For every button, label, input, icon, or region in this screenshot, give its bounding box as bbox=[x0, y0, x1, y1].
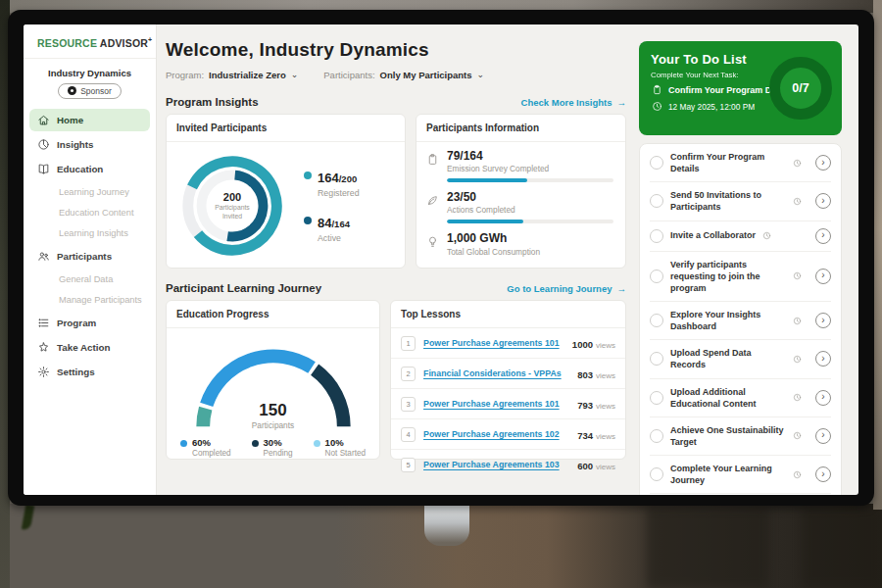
sidebar-item-label: Home bbox=[57, 115, 83, 125]
photo-of-monitor: { "brand": {"primary": "RESOURCE", "seco… bbox=[0, 0, 882, 588]
sidebar-item-home[interactable]: Home bbox=[29, 109, 150, 131]
sidebar-item-participants[interactable]: Participants bbox=[29, 245, 150, 268]
task-row-invite-a-collaborator: Invite a Collaborator› bbox=[650, 221, 831, 252]
task-checkbox[interactable] bbox=[650, 270, 663, 283]
task-checkbox[interactable] bbox=[650, 194, 663, 208]
sidebar-item-learning-insights[interactable]: Learning Insights bbox=[29, 223, 150, 243]
task-open-chevron-icon[interactable]: › bbox=[815, 428, 831, 444]
sidebar-item-label: Settings bbox=[57, 367, 95, 377]
program-filter[interactable]: Program: Industrialize Zero ⌄ bbox=[166, 70, 298, 80]
donut-legend-item: 84/164Active bbox=[304, 214, 360, 243]
app-logo: RESOURCE ADVISOR+ bbox=[24, 24, 156, 59]
sidebar-item-manage-participants[interactable]: Manage Participants bbox=[29, 290, 150, 310]
sidebar-item-general-data[interactable]: General Data bbox=[29, 270, 150, 289]
task-open-chevron-icon[interactable]: › bbox=[815, 313, 831, 328]
lesson-link[interactable]: Power Purchase Agreements 101 bbox=[423, 399, 560, 409]
gauge-legend: 60%Completed30%Pending10%Not Started bbox=[167, 430, 379, 458]
task-checkbox[interactable] bbox=[650, 229, 663, 243]
lesson-link[interactable]: Power Purchase Agreements 101 bbox=[423, 338, 560, 348]
lesson-views: 1000views bbox=[572, 334, 615, 352]
education-icon bbox=[37, 163, 50, 175]
sponsor-icon bbox=[68, 86, 76, 95]
todo-datetime: 12 May 2025, 12:00 PM bbox=[668, 102, 755, 112]
task-open-chevron-icon[interactable]: › bbox=[815, 351, 831, 367]
task-label: Explore Your Insights Dashboard bbox=[670, 309, 786, 332]
sidebar-item-learning-journey[interactable]: Learning Journey bbox=[29, 182, 150, 202]
lesson-row: 2Financial Considerations - VPPAs803view… bbox=[391, 359, 625, 389]
legend-label: Completed bbox=[192, 449, 231, 458]
clock-icon bbox=[791, 353, 804, 366]
go-to-learning-journey-link[interactable]: Go to Learning Journey → bbox=[507, 283, 626, 294]
task-label: Invite a Collaborator bbox=[670, 229, 756, 241]
lesson-rank: 3 bbox=[401, 397, 416, 412]
legend-value: 164/200 bbox=[318, 169, 360, 186]
lesson-row: 3Power Purchase Agreements 101793views bbox=[391, 389, 625, 419]
invited-donut-chart: 200 Participants Invited bbox=[174, 148, 290, 264]
sidebar-item-label: Insights bbox=[57, 139, 94, 150]
task-label: Achieve One Sustainability Target bbox=[670, 424, 786, 448]
info-value: 79/164 bbox=[447, 150, 613, 163]
task-open-chevron-icon[interactable]: › bbox=[815, 155, 831, 171]
task-row-achieve-one-sustainability-target: Achieve One Sustainability Target› bbox=[650, 417, 831, 456]
task-checkbox[interactable] bbox=[650, 391, 663, 405]
sidebar-item-program[interactable]: Program bbox=[29, 312, 150, 334]
sidebar-item-education-content[interactable]: Education Content bbox=[29, 203, 150, 222]
top-lessons-card-title: Top Lessons bbox=[391, 301, 625, 328]
task-checkbox[interactable] bbox=[650, 429, 663, 443]
collapse-tasks-link[interactable]: Collapse Tasks ⌃ bbox=[650, 494, 831, 495]
task-open-chevron-icon[interactable]: › bbox=[815, 390, 831, 406]
task-row-complete-your-learning-journey: Complete Your Learning Journey› bbox=[650, 456, 831, 494]
invited-participants-card-title: Invited Participants bbox=[167, 115, 405, 142]
sidebar-item-label: Participants bbox=[57, 251, 112, 262]
sponsor-badge-label: Sponsor bbox=[80, 86, 112, 96]
sidebar-item-insights[interactable]: Insights bbox=[29, 133, 150, 156]
lesson-link[interactable]: Power Purchase Agreements 102 bbox=[423, 429, 560, 439]
sidebar: RESOURCE ADVISOR+ Industry Dynamics Spon… bbox=[24, 24, 157, 495]
task-open-chevron-icon[interactable]: › bbox=[815, 193, 831, 209]
info-value: 1,000 GWh bbox=[447, 232, 613, 245]
task-open-chevron-icon[interactable]: › bbox=[815, 228, 831, 244]
progress-fill bbox=[447, 178, 527, 182]
background-window-shadow bbox=[647, 508, 769, 588]
todo-summary-card: Your To Do List Complete Your Next Task:… bbox=[639, 41, 842, 135]
filters-row: Program: Industrialize Zero ⌄ Participan… bbox=[166, 70, 626, 80]
task-open-chevron-icon[interactable]: › bbox=[815, 466, 831, 482]
chevron-down-icon: ⌄ bbox=[291, 70, 299, 79]
sidebar-item-label: Take Action bbox=[57, 342, 110, 353]
lesson-link[interactable]: Financial Considerations - VPPAs bbox=[423, 368, 562, 378]
task-open-chevron-icon[interactable]: › bbox=[815, 269, 831, 284]
participants-icon bbox=[37, 250, 50, 263]
task-checkbox[interactable] bbox=[650, 467, 663, 481]
donut-center-value: 200 bbox=[223, 191, 241, 203]
sidebar-item-take-action[interactable]: Take Action bbox=[29, 336, 150, 359]
lesson-views: 600views bbox=[577, 456, 615, 473]
sidebar-item-education[interactable]: Education bbox=[29, 158, 150, 180]
dashboard-screen: RESOURCE ADVISOR+ Industry Dynamics Spon… bbox=[24, 24, 858, 495]
legend-dot-icon bbox=[304, 172, 312, 179]
chevron-down-icon: ⌄ bbox=[477, 70, 485, 79]
task-label: Send 50 Invitations to Participants bbox=[670, 189, 786, 213]
lesson-row: 5Power Purchase Agreements 103600views bbox=[391, 450, 625, 479]
lesson-views: 734views bbox=[577, 425, 615, 443]
arrow-right-icon: → bbox=[617, 283, 627, 294]
go-to-learning-journey-label: Go to Learning Journey bbox=[507, 283, 612, 294]
clock-icon bbox=[791, 429, 804, 442]
task-checkbox[interactable] bbox=[650, 156, 663, 170]
lesson-link[interactable]: Power Purchase Agreements 103 bbox=[423, 460, 560, 469]
participants-information-card: Participants Information 79/164Emission … bbox=[416, 114, 626, 269]
check-more-insights-label: Check More Insights bbox=[521, 97, 612, 108]
sidebar-item-settings[interactable]: Settings bbox=[29, 361, 150, 383]
task-row-upload-spend-data-records: Upload Spend Data Records› bbox=[650, 340, 831, 378]
task-checkbox[interactable] bbox=[650, 352, 663, 366]
participants-filter[interactable]: Participants: Only My Participants ⌄ bbox=[323, 70, 484, 80]
monitor-bezel: RESOURCE ADVISOR+ Industry Dynamics Spon… bbox=[8, 10, 874, 506]
gauge-center-value: 150 bbox=[183, 402, 364, 418]
donut-center-label: Participants Invited bbox=[207, 204, 258, 220]
page-title: Welcome, Industry Dynamics bbox=[166, 39, 626, 61]
check-more-insights-link[interactable]: Check More Insights → bbox=[521, 97, 626, 108]
task-row-upload-additional-educational-content: Upload Additional Educational Content› bbox=[650, 379, 831, 417]
logo-primary: RESOURCE bbox=[37, 37, 97, 49]
clock-icon bbox=[791, 195, 804, 208]
task-row-verify-participants-requesting-to-join-the-program: Verify participants requesting to join t… bbox=[650, 252, 831, 302]
task-checkbox[interactable] bbox=[650, 314, 663, 327]
